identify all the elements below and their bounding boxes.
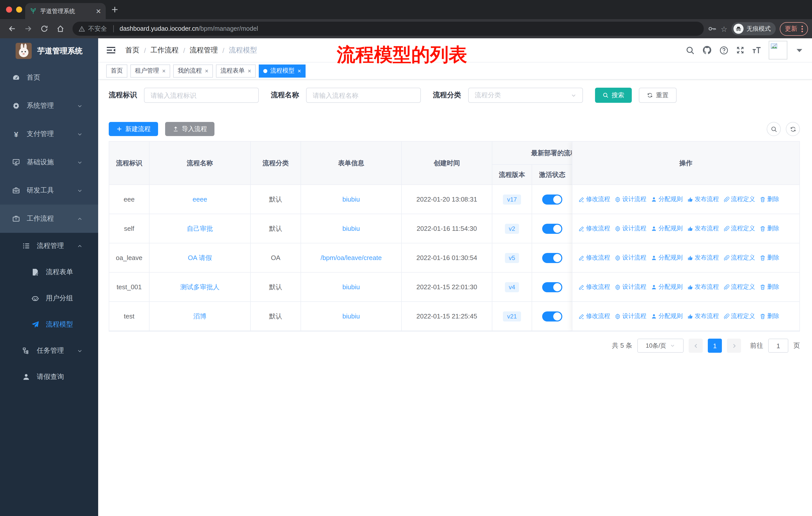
breadcrumb-item-2[interactable]: 流程管理 xyxy=(190,46,218,55)
tag-0[interactable]: 首页 xyxy=(106,64,127,77)
action-publish-thumb[interactable]: 发布流程 xyxy=(687,253,719,262)
tag-1[interactable]: 租户管理× xyxy=(130,64,170,77)
form-info-link[interactable]: /bpm/oa/leave/create xyxy=(321,254,382,262)
tag-close-icon[interactable]: × xyxy=(162,67,166,74)
form-info-link[interactable]: biubiu xyxy=(342,313,360,320)
action-publish-thumb[interactable]: 发布流程 xyxy=(687,312,719,321)
action-definition-paperclip[interactable]: 流程定义 xyxy=(723,253,755,262)
tag-2[interactable]: 我的流程× xyxy=(173,64,213,77)
tag-3[interactable]: 流程表单× xyxy=(216,64,256,77)
sidebar-item-11[interactable]: 请假查询 xyxy=(0,364,98,390)
new-tab-button[interactable] xyxy=(111,5,119,13)
action-delete-trash[interactable]: 删除 xyxy=(760,224,779,233)
sidebar-item-5[interactable]: 工作流程 xyxy=(0,205,98,233)
page-size-select[interactable]: 10条/页 xyxy=(637,338,684,353)
bookmark-star-icon[interactable]: ☆ xyxy=(721,25,727,32)
action-edit[interactable]: 修改流程 xyxy=(578,312,610,321)
action-assign-user[interactable]: 分配规则 xyxy=(651,312,683,321)
browser-tab[interactable]: 芋道管理系统 ✕ xyxy=(25,3,106,19)
status-toggle[interactable] xyxy=(542,194,562,204)
action-edit[interactable]: 修改流程 xyxy=(578,283,610,291)
status-toggle[interactable] xyxy=(542,282,562,292)
action-design-gear[interactable]: 设计流程 xyxy=(615,224,646,233)
breadcrumb-item-1[interactable]: 工作流程 xyxy=(150,46,179,55)
refresh-table-button[interactable] xyxy=(786,122,800,136)
sidebar-item-3[interactable]: 基础设施 xyxy=(0,148,98,176)
avatar-caret-down-icon[interactable] xyxy=(795,46,804,55)
collapse-sidebar-icon[interactable] xyxy=(106,46,116,54)
sidebar-item-4[interactable]: 研发工具 xyxy=(0,176,98,205)
process-name-link[interactable]: 测试多审批人 xyxy=(180,283,220,291)
tag-4[interactable]: 流程模型× xyxy=(259,64,306,77)
sidebar-item-8[interactable]: 用户分组 xyxy=(0,285,98,311)
close-window-button[interactable] xyxy=(6,6,12,12)
sidebar-item-9[interactable]: 流程模型 xyxy=(0,311,98,337)
help-icon[interactable] xyxy=(719,46,728,55)
tag-close-icon[interactable]: × xyxy=(248,67,251,74)
tab-close-icon[interactable]: ✕ xyxy=(96,7,101,15)
sidebar-item-7[interactable]: 流程表单 xyxy=(0,259,98,285)
tag-close-icon[interactable]: × xyxy=(297,67,301,74)
action-publish-thumb[interactable]: 发布流程 xyxy=(687,224,719,233)
process-category-select[interactable]: 流程分类 xyxy=(468,88,583,103)
form-info-link[interactable]: biubiu xyxy=(342,225,360,232)
github-icon[interactable] xyxy=(702,45,712,55)
forward-button[interactable] xyxy=(22,22,35,35)
reload-button[interactable] xyxy=(38,22,51,35)
search-button[interactable]: 搜索 xyxy=(595,88,632,103)
back-button[interactable] xyxy=(5,22,19,35)
process-name-link[interactable]: eeee xyxy=(193,195,207,203)
action-edit[interactable]: 修改流程 xyxy=(578,195,610,203)
sidebar-item-6[interactable]: 流程管理 xyxy=(0,233,98,259)
next-page-button[interactable] xyxy=(727,338,741,353)
action-publish-thumb[interactable]: 发布流程 xyxy=(687,283,719,291)
action-design-gear[interactable]: 设计流程 xyxy=(615,312,646,321)
action-edit[interactable]: 修改流程 xyxy=(578,253,610,262)
action-delete-trash[interactable]: 删除 xyxy=(760,253,779,262)
goto-page-input[interactable] xyxy=(768,338,788,353)
minimize-window-button[interactable] xyxy=(16,6,22,12)
sidebar-item-0[interactable]: 首页 xyxy=(0,63,98,92)
action-definition-paperclip[interactable]: 流程定义 xyxy=(723,312,755,321)
search-icon[interactable] xyxy=(686,46,695,55)
action-definition-paperclip[interactable]: 流程定义 xyxy=(723,224,755,233)
home-button[interactable] xyxy=(54,22,67,35)
process-key-input[interactable] xyxy=(144,88,259,103)
action-assign-user[interactable]: 分配规则 xyxy=(651,224,683,233)
current-page-button[interactable]: 1 xyxy=(708,338,722,353)
process-name-link[interactable]: 自己审批 xyxy=(187,224,213,232)
action-edit[interactable]: 修改流程 xyxy=(578,224,610,233)
import-process-button[interactable]: 导入流程 xyxy=(165,122,214,136)
create-process-button[interactable]: 新建流程 xyxy=(109,122,158,136)
action-assign-user[interactable]: 分配规则 xyxy=(651,195,683,203)
action-design-gear[interactable]: 设计流程 xyxy=(615,283,646,291)
reset-button[interactable]: 重置 xyxy=(639,88,676,103)
status-toggle[interactable] xyxy=(542,223,562,234)
action-design-gear[interactable]: 设计流程 xyxy=(615,253,646,262)
action-delete-trash[interactable]: 删除 xyxy=(760,283,779,291)
process-name-link[interactable]: 滔博 xyxy=(193,312,206,320)
action-assign-user[interactable]: 分配规则 xyxy=(651,253,683,262)
action-delete-trash[interactable]: 删除 xyxy=(760,312,779,321)
prev-page-button[interactable] xyxy=(689,338,703,353)
tag-close-icon[interactable]: × xyxy=(205,67,208,74)
sidebar-item-1[interactable]: 系统管理 xyxy=(0,92,98,120)
action-design-gear[interactable]: 设计流程 xyxy=(615,195,646,203)
font-size-icon[interactable] xyxy=(752,46,761,55)
avatar[interactable] xyxy=(769,41,787,59)
security-label[interactable]: 不安全 xyxy=(88,24,107,33)
status-toggle[interactable] xyxy=(542,311,562,321)
show-search-button[interactable] xyxy=(767,122,781,136)
action-definition-paperclip[interactable]: 流程定义 xyxy=(723,195,755,203)
update-button[interactable]: 更新 xyxy=(780,22,808,35)
action-delete-trash[interactable]: 删除 xyxy=(760,195,779,203)
key-icon[interactable] xyxy=(707,24,717,33)
sidebar-item-2[interactable]: ¥支付管理 xyxy=(0,120,98,148)
action-publish-thumb[interactable]: 发布流程 xyxy=(687,195,719,203)
form-info-link[interactable]: biubiu xyxy=(342,283,360,291)
sidebar-item-10[interactable]: 任务管理 xyxy=(0,337,98,364)
address-bar[interactable]: 不安全 dashboard.yudao.iocoder.cn/bpm/manag… xyxy=(72,22,703,36)
form-info-link[interactable]: biubiu xyxy=(342,195,360,203)
browser-menu-icon[interactable] xyxy=(802,25,803,32)
fullscreen-icon[interactable] xyxy=(736,46,745,54)
